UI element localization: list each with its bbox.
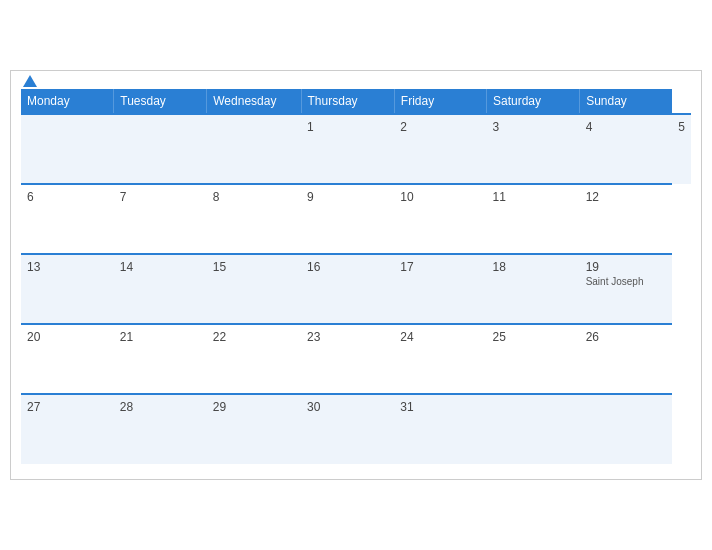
calendar-cell: 9 — [301, 184, 394, 254]
logo-blue-text — [21, 75, 37, 88]
week-row-3: 13141516171819Saint Joseph — [21, 254, 691, 324]
calendar-cell: 23 — [301, 324, 394, 394]
day-number: 4 — [586, 120, 667, 134]
day-number: 8 — [213, 190, 295, 204]
weekday-header-thursday: Thursday — [301, 89, 394, 114]
day-number: 13 — [27, 260, 108, 274]
day-number: 6 — [27, 190, 108, 204]
calendar-cell — [580, 394, 673, 464]
calendar-cell: 29 — [207, 394, 301, 464]
day-number: 10 — [400, 190, 480, 204]
calendar-cell: 17 — [394, 254, 486, 324]
day-number: 15 — [213, 260, 295, 274]
calendar-cell: 1 — [301, 114, 394, 184]
day-number: 26 — [586, 330, 667, 344]
logo — [21, 75, 37, 88]
day-number: 22 — [213, 330, 295, 344]
calendar-cell: 5 — [672, 114, 691, 184]
calendar-cell — [486, 394, 579, 464]
day-number: 23 — [307, 330, 388, 344]
logo-triangle-icon — [23, 75, 37, 87]
weekday-header-saturday: Saturday — [486, 89, 579, 114]
calendar-cell: 3 — [486, 114, 579, 184]
day-number: 2 — [400, 120, 480, 134]
calendar-container: MondayTuesdayWednesdayThursdayFridaySatu… — [10, 70, 702, 480]
day-number: 5 — [678, 120, 685, 134]
calendar-cell — [21, 114, 114, 184]
day-number: 20 — [27, 330, 108, 344]
weekday-header-tuesday: Tuesday — [114, 89, 207, 114]
calendar-cell: 16 — [301, 254, 394, 324]
day-number: 21 — [120, 330, 201, 344]
calendar-cell: 26 — [580, 324, 673, 394]
weekday-header-friday: Friday — [394, 89, 486, 114]
calendar-cell — [114, 114, 207, 184]
calendar-cell: 8 — [207, 184, 301, 254]
calendar-cell: 6 — [21, 184, 114, 254]
weekday-header-wednesday: Wednesday — [207, 89, 301, 114]
calendar-cell: 24 — [394, 324, 486, 394]
calendar-cell: 15 — [207, 254, 301, 324]
calendar-cell: 22 — [207, 324, 301, 394]
day-number: 14 — [120, 260, 201, 274]
weekday-header-monday: Monday — [21, 89, 114, 114]
day-number: 17 — [400, 260, 480, 274]
calendar-cell: 7 — [114, 184, 207, 254]
calendar-grid: MondayTuesdayWednesdayThursdayFridaySatu… — [21, 89, 691, 464]
day-number: 1 — [307, 120, 388, 134]
calendar-cell: 4 — [580, 114, 673, 184]
calendar-cell: 30 — [301, 394, 394, 464]
day-number: 9 — [307, 190, 388, 204]
weekday-header-row: MondayTuesdayWednesdayThursdayFridaySatu… — [21, 89, 691, 114]
day-number: 24 — [400, 330, 480, 344]
calendar-cell: 28 — [114, 394, 207, 464]
day-number: 31 — [400, 400, 480, 414]
calendar-cell: 11 — [486, 184, 579, 254]
day-number: 3 — [492, 120, 573, 134]
week-row-1: 12345 — [21, 114, 691, 184]
day-number: 19 — [586, 260, 667, 274]
day-number: 7 — [120, 190, 201, 204]
calendar-cell: 2 — [394, 114, 486, 184]
calendar-cell: 27 — [21, 394, 114, 464]
day-number: 12 — [586, 190, 667, 204]
calendar-cell: 20 — [21, 324, 114, 394]
calendar-cell: 10 — [394, 184, 486, 254]
day-number: 25 — [492, 330, 573, 344]
week-row-2: 6789101112 — [21, 184, 691, 254]
day-number: 11 — [492, 190, 573, 204]
day-number: 27 — [27, 400, 108, 414]
calendar-cell: 25 — [486, 324, 579, 394]
calendar-cell: 19Saint Joseph — [580, 254, 673, 324]
day-event: Saint Joseph — [586, 276, 667, 287]
day-number: 30 — [307, 400, 388, 414]
weekday-header-sunday: Sunday — [580, 89, 673, 114]
calendar-cell: 18 — [486, 254, 579, 324]
day-number: 18 — [492, 260, 573, 274]
calendar-cell: 13 — [21, 254, 114, 324]
calendar-cell: 31 — [394, 394, 486, 464]
calendar-cell: 12 — [580, 184, 673, 254]
calendar-cell: 14 — [114, 254, 207, 324]
calendar-cell: 21 — [114, 324, 207, 394]
week-row-5: 2728293031 — [21, 394, 691, 464]
day-number: 16 — [307, 260, 388, 274]
calendar-cell — [207, 114, 301, 184]
week-row-4: 20212223242526 — [21, 324, 691, 394]
day-number: 28 — [120, 400, 201, 414]
day-number: 29 — [213, 400, 295, 414]
